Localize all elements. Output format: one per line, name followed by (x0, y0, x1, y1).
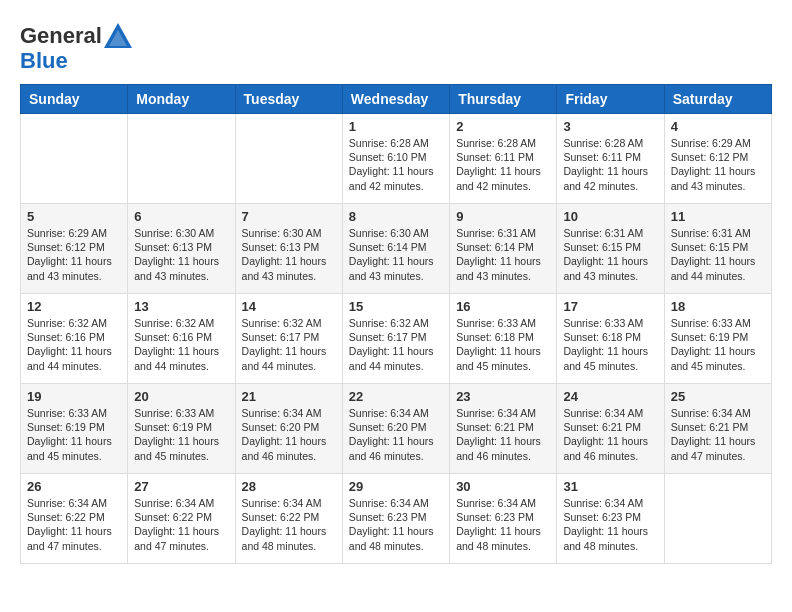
day-info: Sunrise: 6:31 AM Sunset: 6:14 PM Dayligh… (456, 226, 550, 283)
calendar-cell: 26Sunrise: 6:34 AM Sunset: 6:22 PM Dayli… (21, 474, 128, 564)
calendar-cell: 1Sunrise: 6:28 AM Sunset: 6:10 PM Daylig… (342, 114, 449, 204)
day-info: Sunrise: 6:30 AM Sunset: 6:13 PM Dayligh… (242, 226, 336, 283)
day-number: 15 (349, 299, 443, 314)
day-info: Sunrise: 6:28 AM Sunset: 6:11 PM Dayligh… (563, 136, 657, 193)
calendar-cell: 13Sunrise: 6:32 AM Sunset: 6:16 PM Dayli… (128, 294, 235, 384)
day-number: 26 (27, 479, 121, 494)
calendar-cell: 16Sunrise: 6:33 AM Sunset: 6:18 PM Dayli… (450, 294, 557, 384)
logo-icon (102, 20, 134, 52)
day-number: 3 (563, 119, 657, 134)
day-info: Sunrise: 6:33 AM Sunset: 6:19 PM Dayligh… (27, 406, 121, 463)
calendar-table: SundayMondayTuesdayWednesdayThursdayFrid… (20, 84, 772, 564)
day-number: 1 (349, 119, 443, 134)
day-number: 9 (456, 209, 550, 224)
calendar-cell: 23Sunrise: 6:34 AM Sunset: 6:21 PM Dayli… (450, 384, 557, 474)
calendar-cell: 31Sunrise: 6:34 AM Sunset: 6:23 PM Dayli… (557, 474, 664, 564)
day-info: Sunrise: 6:33 AM Sunset: 6:18 PM Dayligh… (563, 316, 657, 373)
day-number: 18 (671, 299, 765, 314)
day-info: Sunrise: 6:34 AM Sunset: 6:22 PM Dayligh… (242, 496, 336, 553)
logo-general: General (20, 23, 102, 49)
calendar-cell: 6Sunrise: 6:30 AM Sunset: 6:13 PM Daylig… (128, 204, 235, 294)
day-number: 27 (134, 479, 228, 494)
day-info: Sunrise: 6:28 AM Sunset: 6:11 PM Dayligh… (456, 136, 550, 193)
calendar-cell: 2Sunrise: 6:28 AM Sunset: 6:11 PM Daylig… (450, 114, 557, 204)
calendar-header-row: SundayMondayTuesdayWednesdayThursdayFrid… (21, 85, 772, 114)
day-info: Sunrise: 6:30 AM Sunset: 6:13 PM Dayligh… (134, 226, 228, 283)
day-number: 28 (242, 479, 336, 494)
calendar-week-row: 1Sunrise: 6:28 AM Sunset: 6:10 PM Daylig… (21, 114, 772, 204)
calendar-cell: 29Sunrise: 6:34 AM Sunset: 6:23 PM Dayli… (342, 474, 449, 564)
day-number: 6 (134, 209, 228, 224)
day-number: 21 (242, 389, 336, 404)
day-number: 25 (671, 389, 765, 404)
calendar-week-row: 12Sunrise: 6:32 AM Sunset: 6:16 PM Dayli… (21, 294, 772, 384)
day-info: Sunrise: 6:28 AM Sunset: 6:10 PM Dayligh… (349, 136, 443, 193)
day-info: Sunrise: 6:33 AM Sunset: 6:18 PM Dayligh… (456, 316, 550, 373)
day-number: 10 (563, 209, 657, 224)
calendar-cell: 4Sunrise: 6:29 AM Sunset: 6:12 PM Daylig… (664, 114, 771, 204)
day-number: 12 (27, 299, 121, 314)
calendar-cell (235, 114, 342, 204)
day-number: 16 (456, 299, 550, 314)
calendar-cell: 30Sunrise: 6:34 AM Sunset: 6:23 PM Dayli… (450, 474, 557, 564)
day-info: Sunrise: 6:34 AM Sunset: 6:21 PM Dayligh… (456, 406, 550, 463)
calendar-cell: 9Sunrise: 6:31 AM Sunset: 6:14 PM Daylig… (450, 204, 557, 294)
day-info: Sunrise: 6:33 AM Sunset: 6:19 PM Dayligh… (671, 316, 765, 373)
day-info: Sunrise: 6:29 AM Sunset: 6:12 PM Dayligh… (27, 226, 121, 283)
day-number: 30 (456, 479, 550, 494)
calendar-cell: 19Sunrise: 6:33 AM Sunset: 6:19 PM Dayli… (21, 384, 128, 474)
day-info: Sunrise: 6:34 AM Sunset: 6:20 PM Dayligh… (242, 406, 336, 463)
logo-blue: Blue (20, 48, 68, 74)
day-number: 24 (563, 389, 657, 404)
day-number: 22 (349, 389, 443, 404)
calendar-cell: 15Sunrise: 6:32 AM Sunset: 6:17 PM Dayli… (342, 294, 449, 384)
calendar-week-row: 26Sunrise: 6:34 AM Sunset: 6:22 PM Dayli… (21, 474, 772, 564)
day-number: 17 (563, 299, 657, 314)
calendar-cell: 20Sunrise: 6:33 AM Sunset: 6:19 PM Dayli… (128, 384, 235, 474)
calendar-header-tuesday: Tuesday (235, 85, 342, 114)
day-info: Sunrise: 6:29 AM Sunset: 6:12 PM Dayligh… (671, 136, 765, 193)
day-info: Sunrise: 6:32 AM Sunset: 6:17 PM Dayligh… (349, 316, 443, 373)
day-number: 23 (456, 389, 550, 404)
calendar-header-friday: Friday (557, 85, 664, 114)
calendar-week-row: 19Sunrise: 6:33 AM Sunset: 6:19 PM Dayli… (21, 384, 772, 474)
calendar-cell: 10Sunrise: 6:31 AM Sunset: 6:15 PM Dayli… (557, 204, 664, 294)
day-info: Sunrise: 6:34 AM Sunset: 6:22 PM Dayligh… (134, 496, 228, 553)
calendar-header-wednesday: Wednesday (342, 85, 449, 114)
calendar-header-thursday: Thursday (450, 85, 557, 114)
calendar-header-saturday: Saturday (664, 85, 771, 114)
day-info: Sunrise: 6:34 AM Sunset: 6:21 PM Dayligh… (671, 406, 765, 463)
calendar-cell: 27Sunrise: 6:34 AM Sunset: 6:22 PM Dayli… (128, 474, 235, 564)
day-number: 11 (671, 209, 765, 224)
calendar-cell: 3Sunrise: 6:28 AM Sunset: 6:11 PM Daylig… (557, 114, 664, 204)
calendar-cell: 28Sunrise: 6:34 AM Sunset: 6:22 PM Dayli… (235, 474, 342, 564)
logo: General Blue (20, 20, 134, 74)
day-info: Sunrise: 6:34 AM Sunset: 6:23 PM Dayligh… (456, 496, 550, 553)
day-number: 20 (134, 389, 228, 404)
day-number: 31 (563, 479, 657, 494)
day-info: Sunrise: 6:32 AM Sunset: 6:16 PM Dayligh… (134, 316, 228, 373)
day-number: 5 (27, 209, 121, 224)
day-info: Sunrise: 6:31 AM Sunset: 6:15 PM Dayligh… (563, 226, 657, 283)
page-header: General Blue (20, 20, 772, 74)
day-number: 14 (242, 299, 336, 314)
day-info: Sunrise: 6:32 AM Sunset: 6:16 PM Dayligh… (27, 316, 121, 373)
calendar-cell: 25Sunrise: 6:34 AM Sunset: 6:21 PM Dayli… (664, 384, 771, 474)
calendar-header-sunday: Sunday (21, 85, 128, 114)
day-number: 2 (456, 119, 550, 134)
day-info: Sunrise: 6:30 AM Sunset: 6:14 PM Dayligh… (349, 226, 443, 283)
calendar-cell (664, 474, 771, 564)
day-info: Sunrise: 6:32 AM Sunset: 6:17 PM Dayligh… (242, 316, 336, 373)
calendar-cell: 22Sunrise: 6:34 AM Sunset: 6:20 PM Dayli… (342, 384, 449, 474)
calendar-cell: 11Sunrise: 6:31 AM Sunset: 6:15 PM Dayli… (664, 204, 771, 294)
calendar-cell: 14Sunrise: 6:32 AM Sunset: 6:17 PM Dayli… (235, 294, 342, 384)
day-info: Sunrise: 6:34 AM Sunset: 6:21 PM Dayligh… (563, 406, 657, 463)
day-number: 29 (349, 479, 443, 494)
calendar-cell (21, 114, 128, 204)
calendar-cell: 7Sunrise: 6:30 AM Sunset: 6:13 PM Daylig… (235, 204, 342, 294)
logo-container: General Blue (20, 20, 134, 74)
day-info: Sunrise: 6:33 AM Sunset: 6:19 PM Dayligh… (134, 406, 228, 463)
day-info: Sunrise: 6:34 AM Sunset: 6:23 PM Dayligh… (349, 496, 443, 553)
calendar-cell: 12Sunrise: 6:32 AM Sunset: 6:16 PM Dayli… (21, 294, 128, 384)
calendar-week-row: 5Sunrise: 6:29 AM Sunset: 6:12 PM Daylig… (21, 204, 772, 294)
